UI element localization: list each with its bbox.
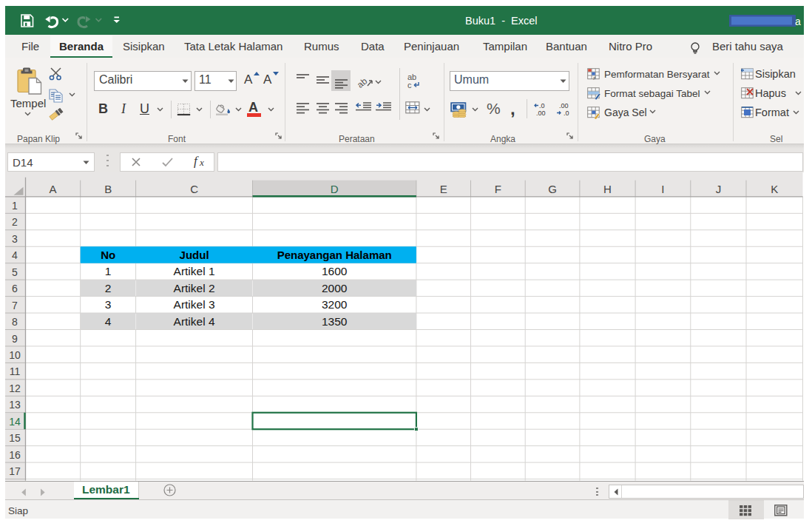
svg-text:7: 7 [12, 300, 18, 311]
svg-text:9: 9 [12, 333, 18, 345]
svg-text:.0: .0 [564, 109, 569, 116]
svg-text:J: J [716, 183, 722, 195]
svg-text:Artikel 3: Artikel 3 [174, 298, 215, 311]
svg-text:Penayangan Halaman: Penayangan Halaman [277, 249, 392, 261]
svg-text:10: 10 [9, 349, 21, 361]
svg-text:5: 5 [12, 266, 18, 278]
svg-text:14: 14 [9, 416, 21, 428]
svg-text:3: 3 [105, 298, 112, 311]
svg-text:C: C [190, 183, 198, 195]
svg-text:Artikel 2: Artikel 2 [174, 282, 215, 294]
svg-text:13: 13 [9, 399, 21, 411]
svg-text:B: B [104, 183, 112, 195]
svg-text:1: 1 [12, 200, 18, 212]
svg-text:Artikel 1: Artikel 1 [174, 266, 215, 278]
svg-text:1350: 1350 [322, 315, 348, 328]
svg-text:Buku1 - Excel: Buku1 - Excel [465, 15, 538, 27]
svg-text:Judul: Judul [180, 249, 209, 261]
svg-text:3: 3 [12, 233, 18, 245]
svg-text:D: D [331, 183, 339, 195]
svg-text:6: 6 [12, 283, 18, 294]
svg-text:2000: 2000 [322, 282, 348, 294]
svg-text:1600: 1600 [322, 266, 348, 278]
svg-text:11: 11 [10, 366, 21, 378]
svg-text:16: 16 [9, 449, 21, 461]
svg-text:A: A [50, 183, 57, 195]
svg-text:I: I [661, 183, 664, 195]
svg-text:F: F [495, 183, 501, 195]
svg-text:≠: ≠ [593, 75, 596, 81]
svg-text:17: 17 [9, 465, 21, 477]
svg-text:G: G [548, 183, 557, 195]
svg-text:Artikel 4: Artikel 4 [174, 315, 215, 328]
svg-text:.0: .0 [539, 102, 545, 109]
svg-text:4: 4 [105, 315, 112, 328]
svg-text:H: H [603, 183, 612, 195]
svg-text:a: a [795, 16, 801, 27]
svg-text:1: 1 [105, 266, 112, 278]
svg-text:c: c [407, 81, 412, 90]
svg-text:K: K [771, 183, 778, 195]
svg-text:.00: .00 [536, 109, 546, 116]
svg-text:4: 4 [12, 250, 18, 262]
svg-text:2: 2 [12, 217, 18, 229]
svg-text:8: 8 [12, 316, 18, 328]
svg-text:15: 15 [9, 432, 21, 444]
svg-text:No: No [101, 249, 115, 261]
svg-text:ab: ab [357, 75, 370, 90]
svg-text:3200: 3200 [322, 298, 348, 311]
svg-text:2: 2 [105, 282, 112, 294]
svg-text:12: 12 [9, 382, 21, 394]
svg-text:.00: .00 [559, 102, 569, 109]
svg-text:E: E [440, 183, 447, 195]
